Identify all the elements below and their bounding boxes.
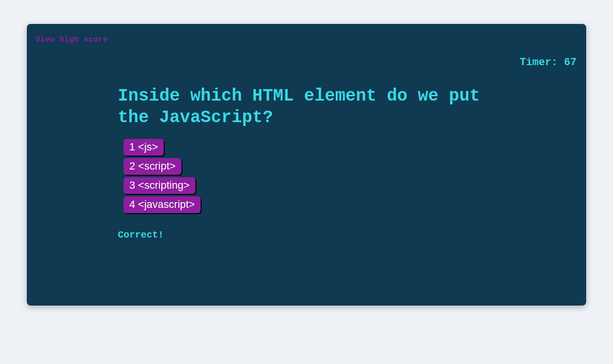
feedback-text: Correct!	[118, 229, 496, 240]
timer-display: Timer: 67	[520, 57, 577, 68]
answer-option-1[interactable]: 1 <js>	[124, 139, 164, 156]
question-text: Inside which HTML element do we put the …	[118, 85, 496, 128]
quiz-content: Inside which HTML element do we put the …	[118, 85, 496, 240]
view-high-score-link[interactable]: View high score	[35, 35, 108, 44]
answer-option-3[interactable]: 3 <scripting>	[124, 177, 195, 194]
timer-value: 67	[564, 57, 577, 68]
answer-option-2[interactable]: 2 <script>	[124, 158, 182, 175]
answer-option-4[interactable]: 4 <javascript>	[124, 196, 201, 213]
answers-list: 1 <js> 2 <script> 3 <scripting> 4 <javas…	[124, 139, 496, 213]
timer-label: Timer:	[520, 57, 564, 68]
quiz-card: View high score Timer: 67 Inside which H…	[27, 24, 586, 306]
